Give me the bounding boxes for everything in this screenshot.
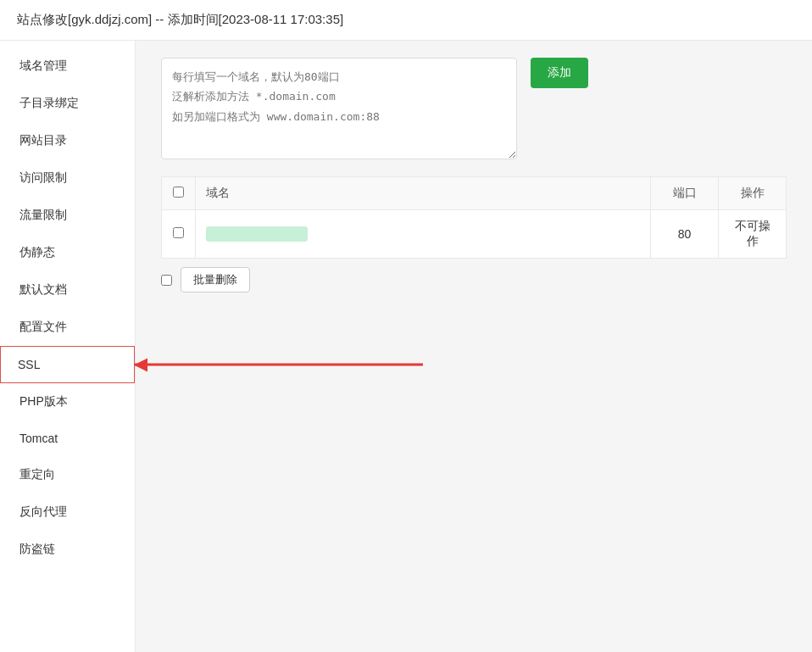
domain-value: gyk.ddjzj.com	[206, 226, 308, 242]
row-checkbox[interactable]	[173, 227, 184, 238]
sidebar-item-hotlink-protection[interactable]: 防盗链	[0, 531, 135, 568]
sidebar-item-label: SSL	[18, 358, 40, 371]
batch-select-checkbox[interactable]	[161, 275, 172, 286]
sidebar-item-label: 网站目录	[19, 133, 67, 148]
sidebar-item-label: 反向代理	[19, 504, 67, 520]
sidebar-item-domain-management[interactable]: 域名管理	[0, 47, 135, 85]
sidebar-item-label: PHP版本	[19, 394, 68, 410]
th-operation: 操作	[719, 177, 787, 210]
sidebar-item-config-file[interactable]: 配置文件	[0, 309, 135, 346]
th-check	[162, 177, 196, 210]
row-operation-cell: 不可操作	[719, 210, 787, 259]
page-title: 站点修改[gyk.ddjzj.com] -- 添加时间[2023-08-11 1…	[17, 12, 343, 26]
sidebar-item-tomcat[interactable]: Tomcat	[0, 421, 135, 456]
sidebar-item-redirect[interactable]: 重定向	[0, 456, 135, 493]
table-row: gyk.ddjzj.com80不可操作	[162, 210, 787, 259]
th-domain: 域名	[196, 177, 651, 210]
sidebar: 域名管理子目录绑定网站目录访问限制流量限制伪静态默认文档配置文件SSLPHP版本…	[0, 41, 136, 652]
sidebar-item-subdirectory-binding[interactable]: 子目录绑定	[0, 85, 135, 122]
row-domain-cell: gyk.ddjzj.com	[196, 210, 651, 259]
table-header-row: 域名 端口 操作	[162, 177, 787, 210]
sidebar-item-default-document[interactable]: 默认文档	[0, 271, 135, 309]
sidebar-item-website-directory[interactable]: 网站目录	[0, 122, 135, 159]
sidebar-item-pseudo-static[interactable]: 伪静态	[0, 234, 135, 271]
sidebar-item-traffic-limit[interactable]: 流量限制	[0, 197, 135, 234]
select-all-checkbox[interactable]	[173, 187, 184, 198]
row-check-cell	[162, 210, 196, 259]
page-header: 站点修改[gyk.ddjzj.com] -- 添加时间[2023-08-11 1…	[0, 0, 812, 41]
sidebar-item-label: Tomcat	[19, 432, 58, 445]
sidebar-item-label: 子目录绑定	[19, 96, 79, 111]
sidebar-item-label: 防盗链	[19, 542, 55, 557]
th-port: 端口	[651, 177, 719, 210]
sidebar-item-label: 流量限制	[19, 208, 67, 223]
batch-delete-row: 批量删除	[161, 259, 787, 301]
batch-delete-button[interactable]: 批量删除	[181, 267, 250, 293]
sidebar-item-label: 配置文件	[19, 320, 67, 335]
sidebar-item-label: 重定向	[19, 467, 55, 482]
sidebar-item-label: 默认文档	[19, 282, 67, 298]
sidebar-item-access-restriction[interactable]: 访问限制	[0, 159, 135, 197]
domain-table: 域名 端口 操作 gyk.ddjzj.com80不可操作	[161, 176, 787, 259]
sidebar-item-ssl[interactable]: SSL	[0, 346, 135, 383]
sidebar-item-label: 访问限制	[19, 170, 67, 186]
sidebar-item-php-version[interactable]: PHP版本	[0, 383, 135, 421]
main-content: 添加 域名 端口 操	[136, 41, 812, 652]
sidebar-item-label: 域名管理	[19, 59, 67, 74]
domain-textarea[interactable]	[161, 58, 517, 159]
add-domain-button[interactable]: 添加	[531, 58, 588, 88]
sidebar-item-label: 伪静态	[19, 245, 55, 260]
sidebar-item-reverse-proxy[interactable]: 反向代理	[0, 493, 135, 531]
row-port-cell: 80	[651, 210, 719, 259]
domain-input-section: 添加	[161, 58, 787, 159]
